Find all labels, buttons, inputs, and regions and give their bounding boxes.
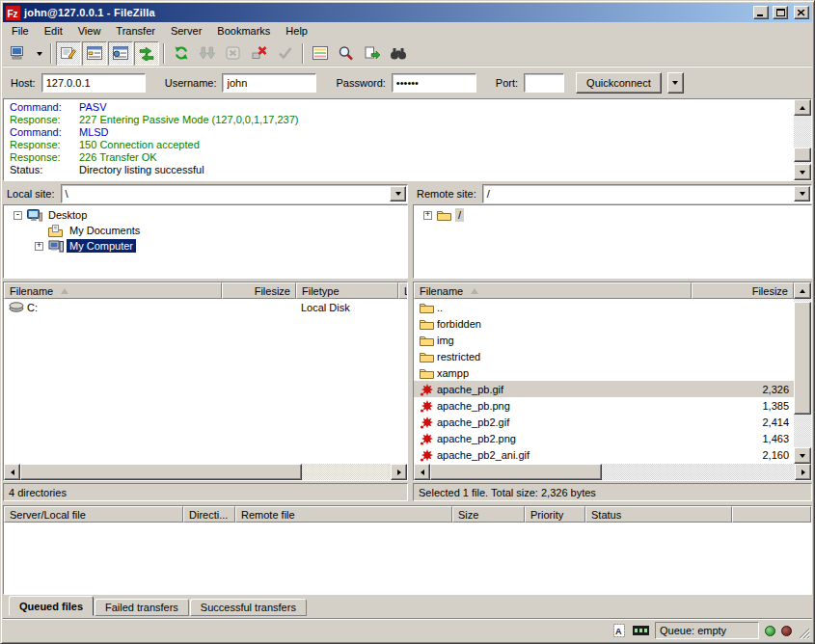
remote-tree-item-col[interactable]: +/ [414,207,811,223]
remote-file-row-apache-pb2-ani-gif[interactable]: apache_pb2_ani.gif2,160 [414,446,794,463]
log-vertical-scrollbar[interactable] [794,99,811,180]
remote-horizontal-scrollbar[interactable] [414,464,811,480]
column-header-filetype[interactable]: Filetype [296,282,398,299]
remote-file-row-apache-pb-png[interactable]: apache_pb.png1,385 [414,397,794,414]
toggle-remote-tree-button[interactable] [108,41,133,66]
scroll-track[interactable] [430,464,795,480]
find-files-button[interactable] [334,41,359,66]
column-header-size[interactable]: Size [452,506,525,523]
maximize-button[interactable] [773,6,788,19]
remote-file-row-apache-pb-gif[interactable]: apache_pb.gif2,326 [414,381,794,397]
remote-vertical-scrollbar[interactable] [794,282,811,464]
close-button[interactable] [794,6,809,19]
tab-queued-files[interactable]: Queued files [9,596,94,616]
column-header-directi[interactable]: Directi... [183,506,235,523]
menu-file[interactable]: File [4,23,37,39]
tree-expander-minus[interactable]: - [14,211,22,220]
menu-edit[interactable]: Edit [37,23,70,39]
tab-failed-transfers[interactable]: Failed transfers [95,599,189,616]
password-input[interactable] [392,73,476,93]
remote-file-row-xampp[interactable]: xampp [414,364,794,381]
disconnect-button[interactable] [247,41,272,66]
site-manager-icon [10,45,27,61]
speed-limit-indicator-icon[interactable] [633,626,649,635]
find-files-icon [338,45,355,61]
scroll-right-button[interactable] [391,464,407,480]
menu-bookmarks[interactable]: Bookmarks [209,23,278,39]
process-queue-button[interactable] [195,41,220,66]
minimize-button[interactable] [753,6,769,19]
host-input[interactable] [41,73,146,93]
quickconnect-button[interactable]: Quickconnect [576,72,662,94]
column-header-priority[interactable]: Priority [525,506,585,523]
local-site-combobox[interactable]: \ [61,184,408,203]
remote-file-row-apache-pb2-png[interactable]: apache_pb2.png1,463 [414,430,794,446]
remote-status-text: Selected 1 file. Total size: 2,326 bytes [413,483,812,501]
remote-file-row-apache-pb2-gif[interactable]: apache_pb2.gif2,414 [414,414,794,430]
remote-site-combobox[interactable]: / [482,184,812,203]
username-input[interactable] [222,73,316,93]
scroll-up-button[interactable] [794,282,811,299]
scroll-down-button[interactable] [794,447,811,464]
column-header-filename[interactable]: Filename [4,282,222,299]
remote-file-row-col[interactable]: .. [414,299,794,315]
remote-file-row-forbidden[interactable]: forbidden [414,315,794,332]
file-lists: FilenameFilesizeFiletypeL C:Local Disk 4… [3,282,812,501]
tree-expander-plus[interactable]: + [35,242,43,251]
column-header-server-local-file[interactable]: Server/Local file [4,506,183,523]
scroll-up-button[interactable] [794,99,811,116]
scroll-left-button[interactable] [414,464,430,480]
resize-grip[interactable] [798,627,810,639]
synchronized-browsing-button[interactable] [360,41,385,66]
chevron-down-icon [395,192,401,199]
scroll-thumb[interactable] [430,464,602,480]
toggle-local-tree-button[interactable] [82,41,107,66]
tab-successful-transfers[interactable]: Successful transfers [190,599,307,616]
cancel-operation-button[interactable] [221,41,246,66]
reconnect-button[interactable] [273,41,298,66]
local-horizontal-scrollbar[interactable] [4,464,407,480]
scroll-thumb[interactable] [794,148,811,162]
local-file-row-c[interactable]: C:Local Disk [4,299,407,315]
remote-site-dropdown-button[interactable] [794,186,810,201]
column-header-filename[interactable]: Filename [414,282,692,299]
menu-view[interactable]: View [70,23,109,39]
local-site-dropdown-button[interactable] [390,186,406,201]
scroll-track[interactable] [794,116,811,164]
scroll-down-button[interactable] [794,164,811,180]
remote-list-header: FilenameFilesize [414,282,794,299]
local-tree-item-desktop[interactable]: -Desktop [4,207,407,223]
local-directory-tree: -DesktopMy Documents+My Computer [3,204,408,279]
host-label: Host: [11,77,36,89]
directory-comparison-button[interactable] [308,41,333,66]
close-icon [798,10,805,16]
site-manager-button[interactable] [6,41,31,66]
menu-help[interactable]: Help [278,23,315,39]
scroll-track[interactable] [794,299,811,447]
toggle-message-log-button[interactable] [56,41,81,66]
quickconnect-dropdown-button[interactable] [667,72,684,94]
scroll-right-button[interactable] [795,464,811,480]
transfer-type-indicator-icon[interactable]: A [613,624,627,637]
port-input[interactable] [524,73,564,93]
local-tree-item-my-computer[interactable]: +My Computer [4,238,407,254]
filter-files-button[interactable] [386,41,411,66]
column-header-l[interactable]: L [398,282,407,299]
remote-file-row-restricted[interactable]: restricted [414,348,794,364]
column-header-remote-file[interactable]: Remote file [235,506,452,523]
column-header-filesize[interactable]: Filesize [692,282,794,299]
scroll-track[interactable] [20,464,391,480]
menu-transfer[interactable]: Transfer [108,23,163,39]
site-manager-dropdown-button[interactable] [32,41,46,66]
scroll-thumb[interactable] [794,302,811,415]
scroll-left-button[interactable] [4,464,20,480]
local-tree-item-my-documents[interactable]: My Documents [4,223,407,238]
refresh-button[interactable] [169,41,194,66]
scroll-thumb[interactable] [20,464,302,480]
remote-file-row-img[interactable]: img [414,332,794,348]
tree-expander-plus[interactable]: + [423,211,432,220]
column-header-status[interactable]: Status [585,506,732,523]
menu-server[interactable]: Server [163,23,209,39]
toggle-transfer-queue-button[interactable] [134,41,159,66]
column-header-filesize[interactable]: Filesize [222,282,296,299]
